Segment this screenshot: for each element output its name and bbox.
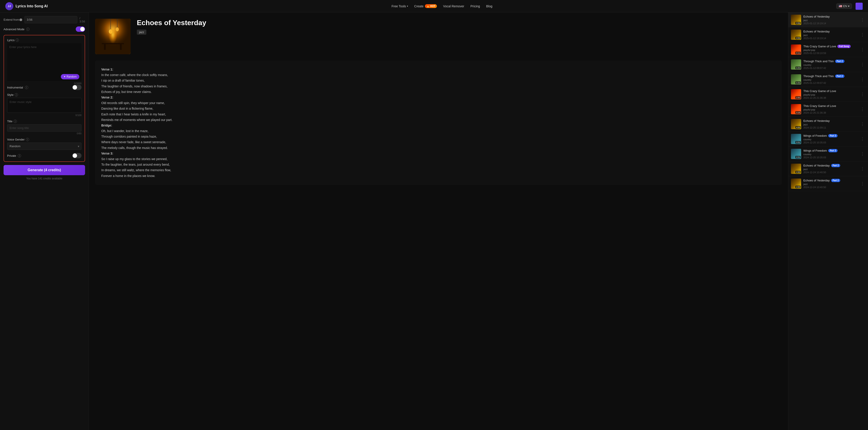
header-right: 🇺🇸 EN ▾ [836,3,863,10]
more-options-icon[interactable]: ⋮ [860,106,865,113]
song-thumbnail: 2:01 [791,134,801,144]
nav-create[interactable]: Create 🔥 HOT [414,4,437,8]
more-options-icon[interactable]: ⋮ [860,61,865,68]
song-genre: jazz [803,34,857,36]
song-thumbnail: 4:00 [791,119,801,129]
list-item[interactable]: 4:11 This Crazy Game of Love Full Song p… [788,42,868,57]
more-options-icon[interactable]: ⋮ [860,91,865,97]
credits-text: You have 141 credits available [4,177,85,180]
form-card: Lyrics i ✦ Random 0/3000 Instrumental i … [4,35,85,162]
info-icon[interactable]: i [26,28,30,31]
nav-vocal-remover[interactable]: Vocal Remover [443,4,464,8]
song-name-row: This Crazy Game of Love Full Song [803,45,857,48]
song-name-row: Echoes of Yesterday [803,15,857,18]
more-options-icon[interactable]: ⋮ [860,46,865,53]
song-meta: Echoes of Yesterday jazz 2024-12-25 11:0… [803,119,857,129]
instrumental-info-icon[interactable]: i [25,86,28,89]
nav-pricing[interactable]: Pricing [470,4,480,8]
random-button[interactable]: ✦ Random [61,74,79,79]
style-label: Style i [7,93,82,96]
song-name: Echoes of Yesterday [803,15,830,18]
song-date: 2024-12-25 10:35:03 [803,156,857,159]
instrumental-toggle[interactable] [72,85,82,90]
song-date: 2024-12-25 10:35:03 [803,141,857,144]
language-selector[interactable]: 🇺🇸 EN ▾ [836,3,852,9]
list-item[interactable]: 1:21 Through Thick and Thin Part 2 count… [788,57,868,72]
more-options-icon[interactable]: ⋮ [860,180,865,187]
instrumental-label: Instrumental [7,86,23,89]
song-name: Echoes of Yesterday [803,30,830,33]
list-item[interactable]: 4:00 Echoes of Yesterday jazz 2024-12-25… [788,117,868,132]
song-meta: Through Thick and Thin Part 2 country 20… [803,60,857,69]
style-char-count: 0/100 [7,114,82,116]
song-genre: jazz [803,19,857,22]
song-thumbnail: 2:50 [791,89,801,99]
list-item[interactable]: 3:56 Echoes of Yesterday jazz 2025-01-12… [788,12,868,27]
more-options-icon[interactable]: ⋮ [860,31,865,38]
more-options-icon[interactable]: ⋮ [860,121,865,127]
advanced-mode-toggle[interactable] [76,26,85,32]
song-meta: Echoes of Yesterday Part 2 jazz 2024-12-… [803,179,857,189]
lyrics-char-count: 0/3000 [7,82,82,85]
svg-rect-3 [104,44,106,50]
voice-gender-row: Voice Gender i Random Male Female ▾ [7,138,82,150]
part-badge: Part 3 [828,134,838,137]
title-info-icon[interactable]: i [13,120,17,123]
lyrics-textarea-wrap: ✦ Random [7,43,82,82]
title-input[interactable] [7,124,82,132]
part-badge: Part 2 [831,164,840,167]
more-options-icon[interactable]: ⋮ [860,17,865,23]
private-info-icon[interactable]: i [18,154,21,157]
song-name: This Crazy Game of Love [803,104,836,108]
logo-text: Lyrics Into Song AI [16,4,48,8]
song-duration: 2:01 [795,156,801,159]
song-genre: country [803,138,857,141]
more-options-icon[interactable]: ⋮ [860,76,865,83]
list-item[interactable]: 1:21 Through Thick and Thin Part 2 count… [788,72,868,87]
song-genre: jazz [803,123,857,126]
song-duration: 4:00 [795,126,801,129]
style-info-icon[interactable]: i [15,93,18,96]
song-meta: Through Thick and Thin Part 2 country 20… [803,75,857,84]
song-date: 2025-01-12 09:07:42 [803,82,857,84]
list-item[interactable]: 2:00 Echoes of Yesterday Part 2 jazz 202… [788,176,868,191]
nav-blog[interactable]: Blog [486,4,492,8]
extend-time-input[interactable]: 3:56 [25,16,77,23]
song-duration: 3:59 [795,37,801,39]
left-panel: Extend from: 3:56 / 3:56 Advanced Mode i… [0,12,89,430]
list-item[interactable]: 3:59 Echoes of Yesterday jazz 2025-01-12… [788,27,868,42]
more-options-icon[interactable]: ⋮ [860,165,865,172]
main-layout: Extend from: 3:56 / 3:56 Advanced Mode i… [0,12,868,430]
part-badge: Full Song [837,45,851,48]
nav-free-tools[interactable]: Free Tools ▾ [392,4,408,8]
list-item[interactable]: 2:01 Wings of Freedom Part 3 country 202… [788,132,868,146]
part-badge: Part 2 [835,60,844,63]
song-name: Wings of Freedom [803,149,827,152]
list-item[interactable]: 2:00 Echoes of Yesterday Part 2 jazz 202… [788,162,868,176]
title-field: Title i 0/80 [7,120,82,135]
private-toggle[interactable] [72,153,82,158]
list-item[interactable]: 2:50 This Crazy Game of Love playful pop… [788,87,868,102]
song-meta: Echoes of Yesterday jazz 2025-01-12 19:1… [803,15,857,25]
user-avatar[interactable] [856,3,863,10]
voice-select[interactable]: Random Male Female [7,143,82,150]
song-thumbnail: 2:00 [791,164,801,174]
more-options-icon[interactable]: ⋮ [860,136,865,142]
style-textarea[interactable] [7,98,82,113]
voice-info-icon[interactable]: i [26,138,29,141]
generate-button[interactable]: Generate (4 credits) [4,165,85,175]
song-date: 2024-12-26 21:36:38 [803,96,857,99]
list-item[interactable]: 2:01 Wings of Freedom Part 3 country 202… [788,146,868,162]
list-item[interactable]: 3:19 This Crazy Game of Love playful pop… [788,102,868,117]
song-name-row: Wings of Freedom Part 3 [803,149,857,152]
song-duration: 2:50 [795,96,801,99]
more-options-icon[interactable]: ⋮ [860,150,865,157]
logo[interactable]: JJ Lyrics Into Song AI [5,2,48,10]
song-name-row: Through Thick and Thin Part 2 [803,60,857,63]
svg-rect-4 [120,44,122,50]
lyrics-info-icon[interactable]: i [16,38,19,42]
song-meta: Wings of Freedom Part 3 country 2024-12-… [803,149,857,159]
title-label: Title i [7,120,82,123]
song-cover-art [95,19,131,54]
chevron-down-icon: ▾ [848,4,849,8]
